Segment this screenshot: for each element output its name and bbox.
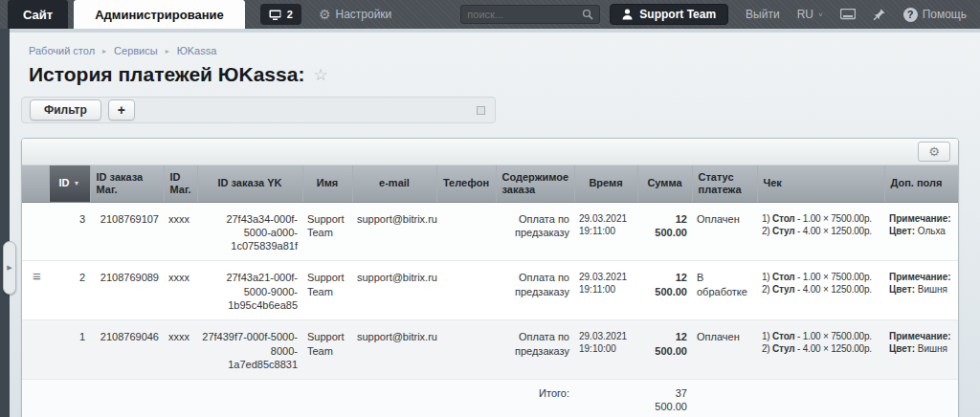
- cell-order-id: 2108769046: [90, 320, 164, 380]
- cell-id: 1: [49, 320, 90, 380]
- column-content[interactable]: Содержимое заказа: [496, 165, 574, 202]
- tab-admin[interactable]: Администрирование: [74, 0, 245, 29]
- breadcrumb-separator-icon: ▸: [102, 47, 106, 55]
- cell-extra: Примечание: Цвет: Ольха: [884, 202, 958, 261]
- column-sum[interactable]: Сумма: [637, 165, 692, 202]
- sidebar-collapse-rail: ▶: [0, 29, 10, 417]
- column-time[interactable]: Время: [574, 165, 637, 202]
- cell-content: Оплата по предзаказу: [496, 202, 574, 261]
- row-actions-menu-icon[interactable]: ≡: [27, 272, 41, 281]
- collapse-panel-icon[interactable]: [477, 106, 485, 115]
- column-phone[interactable]: Телефон: [436, 165, 496, 202]
- cell-time: 29.03.2021 19:11:00: [574, 261, 637, 320]
- settings-button[interactable]: ⚙ Настройки: [319, 7, 391, 22]
- user-button[interactable]: Support Team: [610, 4, 728, 25]
- breadcrumb: Рабочий стол ▸ Сервисы ▸ ЮKassa: [21, 33, 959, 56]
- column-order-id[interactable]: ID заказа Маг.: [90, 165, 164, 202]
- column-status[interactable]: Статус платежа: [692, 165, 757, 202]
- cell-sum: 12 500.00: [637, 320, 692, 380]
- notification-count: 2: [287, 9, 293, 20]
- cell-yk-id: 27f439f7-000f-5000-8000-1a7ed85c8831: [197, 320, 302, 380]
- cell-name: Support Team: [302, 320, 352, 380]
- user-icon: [622, 9, 633, 20]
- cell-phone: [436, 320, 496, 380]
- cell-time: 29.03.2021 19:11:00: [574, 202, 637, 261]
- cell-content: Оплата по предзаказу: [496, 261, 574, 320]
- column-menu: [22, 165, 49, 202]
- grid-toolbar: ⚙: [22, 139, 958, 165]
- cell-email: support@bitrix.ru: [352, 261, 436, 320]
- gear-icon: ⚙: [928, 144, 940, 159]
- sort-desc-icon: ▼: [74, 180, 80, 187]
- row-menu-cell: ≡: [22, 261, 49, 320]
- tab-site[interactable]: Сайт: [8, 0, 68, 29]
- filter-button[interactable]: Фильтр: [30, 99, 101, 121]
- cell-shop-id: xxxx: [164, 320, 197, 380]
- logout-link[interactable]: Выйти: [746, 8, 780, 21]
- search-icon[interactable]: [582, 9, 593, 20]
- grid-settings-button[interactable]: ⚙: [918, 142, 950, 162]
- cell-name: Support Team: [302, 202, 352, 261]
- language-dropdown[interactable]: RU ˅: [797, 8, 823, 21]
- cell-sum: 12 500.00: [637, 202, 692, 261]
- gear-icon: ⚙: [319, 7, 331, 22]
- cell-name: Support Team: [302, 261, 352, 320]
- help-button[interactable]: ? Помощь: [903, 8, 967, 22]
- cell-shop-id: xxxx: [164, 261, 197, 320]
- cell-id: 3: [49, 202, 90, 261]
- column-receipt[interactable]: Чек: [757, 165, 884, 202]
- add-filter-button[interactable]: +: [108, 99, 135, 121]
- cell-extra: Примечание: Цвет: Вишня: [884, 261, 958, 320]
- cell-shop-id: xxxx: [164, 202, 197, 261]
- sidebar-expand-handle[interactable]: ▶: [3, 241, 16, 295]
- cell-content: Оплата по предзаказу: [496, 320, 574, 380]
- column-shop-id[interactable]: ID Маг.: [164, 165, 197, 202]
- search-input[interactable]: [467, 9, 582, 20]
- breadcrumb-desktop[interactable]: Рабочий стол: [29, 45, 95, 56]
- cell-status: В обработке: [692, 261, 757, 320]
- notifications-badge[interactable]: 2: [260, 4, 301, 25]
- pin-icon[interactable]: [873, 8, 886, 21]
- cell-extra: Примечание: Цвет: Вишня: [884, 320, 958, 380]
- expand-arrow-icon: ▶: [7, 264, 11, 272]
- cell-receipt: 1) Стол - 1.00 × 7500.00р. 2) Стул - 4.0…: [757, 261, 884, 320]
- table-header-row: ID▼ ID заказа Маг. ID Маг. ID заказа YK …: [22, 165, 958, 202]
- monitor-notification-icon: [269, 10, 281, 20]
- page-title: История платежей ЮKassa: ☆: [21, 56, 959, 86]
- payments-table: ID▼ ID заказа Маг. ID Маг. ID заказа YK …: [22, 165, 958, 417]
- table-row[interactable]: ≡ 2 2108769089 xxxx 27f43a21-000f-5000-9…: [22, 261, 958, 320]
- cell-receipt: 1) Стол - 1.00 × 7500.00р. 2) Стул - 4.0…: [757, 320, 884, 380]
- search-box[interactable]: [460, 5, 600, 24]
- cell-phone: [436, 261, 496, 320]
- table-row[interactable]: 1 2108769046 xxxx 27f439f7-000f-5000-800…: [22, 320, 958, 380]
- breadcrumb-separator-icon: ▸: [166, 47, 169, 55]
- cell-phone: [436, 202, 496, 261]
- cell-receipt: 1) Стол - 1.00 × 7500.00р. 2) Стул - 4.0…: [757, 202, 884, 261]
- totals-row: Итого: 37 500.00: [22, 380, 958, 417]
- row-menu-cell: [22, 320, 49, 380]
- desktop-mode-icon[interactable]: [840, 9, 856, 21]
- column-extra[interactable]: Доп. поля: [884, 165, 958, 202]
- payments-grid: ⚙ ID▼ ID заказа Маг. ID Маг. ID заказа Y…: [21, 138, 959, 417]
- cell-time: 29.03.2021 19:10:00: [574, 320, 637, 380]
- cell-email: support@bitrix.ru: [352, 202, 436, 261]
- breadcrumb-services[interactable]: Сервисы: [114, 45, 158, 56]
- table-row[interactable]: 3 2108769107 xxxx 27f43a34-000f-5000-a00…: [22, 202, 958, 261]
- cell-order-id: 2108769089: [90, 261, 164, 320]
- row-menu-cell: [22, 202, 49, 261]
- column-email[interactable]: e-mail: [352, 165, 436, 202]
- breadcrumb-yookassa[interactable]: ЮKassa: [177, 45, 217, 56]
- column-yk-id[interactable]: ID заказа YK: [197, 165, 302, 202]
- column-id[interactable]: ID▼: [49, 165, 90, 202]
- cell-order-id: 2108769107: [90, 202, 164, 261]
- cell-email: support@bitrix.ru: [352, 320, 436, 380]
- question-icon: ?: [903, 8, 918, 22]
- top-bar: Сайт Администрирование 2 ⚙ Настройки Sup…: [0, 0, 980, 29]
- favorite-star-icon[interactable]: ☆: [313, 65, 327, 85]
- filter-panel: Фильтр +: [21, 97, 496, 123]
- column-name[interactable]: Имя: [302, 165, 352, 202]
- cell-yk-id: 27f43a34-000f-5000-a000-1c075839a81f: [197, 202, 302, 261]
- cell-status: Оплачен: [692, 320, 757, 380]
- cell-yk-id: 27f43a21-000f-5000-9000-1b95c4b6ea85: [197, 261, 302, 320]
- cell-id: 2: [49, 261, 90, 320]
